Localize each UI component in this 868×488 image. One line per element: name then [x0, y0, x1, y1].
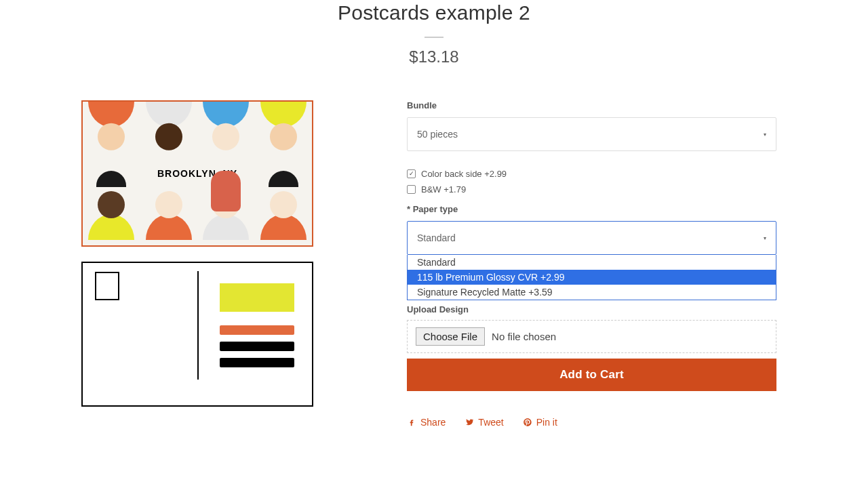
title-divider — [425, 37, 443, 38]
paper-type-select[interactable]: Standard ▾ — [407, 221, 776, 255]
paper-type-label: Paper type — [407, 204, 776, 214]
bw-option[interactable]: B&W +1.79 — [407, 184, 776, 195]
bundle-selected-value: 50 pieces — [417, 129, 458, 140]
paper-type-selected-value: Standard — [417, 232, 456, 243]
share-pinterest[interactable]: Pin it — [523, 417, 557, 428]
product-image-back[interactable] — [81, 262, 313, 407]
add-to-cart-button[interactable]: Add to Cart — [407, 359, 776, 391]
stamp-box — [95, 272, 119, 300]
product-form: Bundle 50 pieces ▾ Color back side +2.99… — [407, 100, 776, 428]
postcard-divider — [197, 271, 199, 380]
bundle-label: Bundle — [407, 100, 776, 110]
share-label: Share — [420, 417, 446, 428]
checkbox-checked-icon — [407, 169, 416, 178]
product-gallery: BROOKLYN, NY — [81, 100, 319, 407]
share-facebook[interactable]: Share — [407, 417, 446, 428]
checkbox-unchecked-icon — [407, 185, 416, 194]
social-share-row: Share Tweet Pin it — [407, 417, 776, 428]
tweet-label: Tweet — [478, 417, 503, 428]
color-back-option[interactable]: Color back side +2.99 — [407, 169, 776, 179]
product-image-front[interactable]: BROOKLYN, NY — [81, 100, 313, 247]
pin-label: Pin it — [536, 417, 557, 428]
pinterest-icon — [523, 418, 532, 427]
chevron-down-icon: ▾ — [764, 235, 766, 241]
page-title: Postcards example 2 — [0, 1, 868, 24]
paper-option-0[interactable]: Standard — [408, 255, 776, 270]
bw-label: B&W +1.79 — [421, 184, 466, 195]
paper-option-1[interactable]: 115 lb Premium Glossy CVR +2.99 — [408, 270, 776, 285]
bundle-select[interactable]: 50 pieces ▾ — [407, 117, 776, 151]
paper-type-dropdown: Standard 115 lb Premium Glossy CVR +2.99… — [407, 255, 776, 300]
product-price: $13.18 — [0, 47, 868, 66]
upload-label: Upload Design — [407, 304, 776, 314]
color-back-label: Color back side +2.99 — [421, 169, 507, 179]
share-twitter[interactable]: Tweet — [465, 417, 503, 428]
postcard-right-panel — [220, 283, 294, 367]
facebook-icon — [407, 418, 416, 427]
choose-file-button[interactable]: Choose File — [416, 327, 485, 346]
twitter-icon — [465, 418, 474, 427]
paper-option-2[interactable]: Signature Recycled Matte +3.59 — [408, 285, 776, 300]
upload-box[interactable]: Choose File No file chosen — [407, 320, 776, 353]
chevron-down-icon: ▾ — [764, 131, 766, 138]
upload-status: No file chosen — [492, 331, 556, 342]
